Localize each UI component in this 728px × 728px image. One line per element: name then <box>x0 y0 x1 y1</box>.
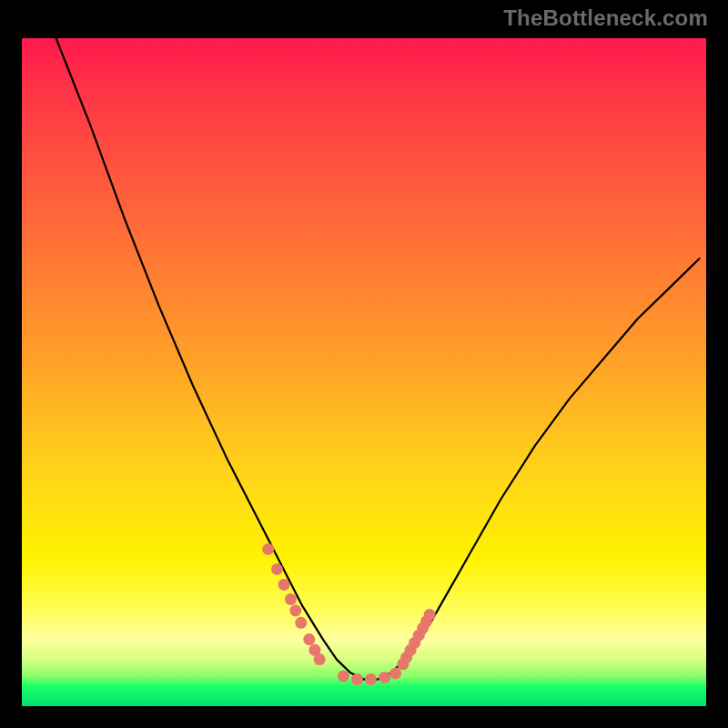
data-marker <box>262 543 274 555</box>
data-marker <box>314 653 326 665</box>
watermark-text: TheBottleneck.com <box>503 5 708 31</box>
data-marker <box>271 563 283 575</box>
markers-group <box>262 543 436 685</box>
data-marker <box>303 633 315 645</box>
data-marker <box>278 579 290 591</box>
data-marker <box>365 673 377 685</box>
data-marker <box>379 672 390 683</box>
bottleneck-curve-svg <box>22 38 706 706</box>
data-marker <box>389 668 401 680</box>
data-marker <box>351 673 363 685</box>
data-marker <box>289 605 301 617</box>
data-marker <box>285 593 297 605</box>
data-marker <box>424 609 436 621</box>
chart-frame <box>18 35 710 710</box>
data-marker <box>338 671 349 682</box>
bottleneck-curve-path <box>56 38 700 680</box>
curve-path-group <box>56 38 700 680</box>
plot-area <box>22 38 706 706</box>
data-marker <box>295 617 307 629</box>
